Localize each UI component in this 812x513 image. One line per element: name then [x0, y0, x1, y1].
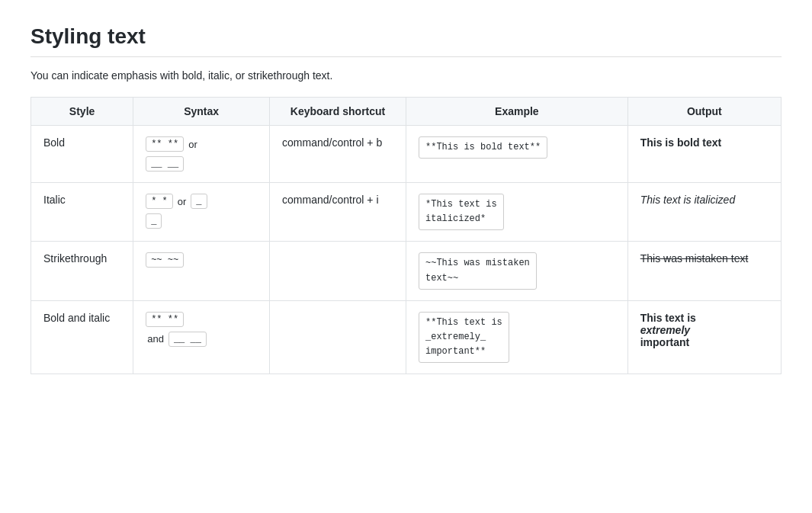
output-text: This was mistaken text [640, 252, 749, 265]
cell-syntax-italic: * * or _ _ [133, 183, 270, 242]
example-code: *This text isitalicized* [419, 194, 504, 230]
styling-table: Style Syntax Keyboard shortcut Example O… [30, 97, 782, 374]
page-title: Styling text [30, 24, 782, 57]
cell-keyboard-bold: command/control + b [270, 126, 406, 183]
cell-example-bolditalic: **This text is_extremely_important** [406, 300, 627, 374]
header-example: Example [406, 98, 627, 126]
table-row: Strikethrough ~~ ~~ ~~This was mistakent… [31, 242, 782, 300]
cell-output-strike: This was mistaken text [627, 242, 781, 300]
cell-example-strike: ~~This was mistakentext~~ [406, 242, 627, 300]
cell-style-bolditalic: Bold and italic [31, 300, 133, 374]
cell-syntax-strike: ~~ ~~ [133, 242, 270, 300]
cell-example-italic: *This text isitalicized* [406, 183, 627, 242]
cell-keyboard-bolditalic [270, 300, 406, 374]
output-text: This text is extremely important [640, 312, 696, 348]
header-output: Output [627, 98, 781, 126]
output-text: This text is italicized [640, 194, 735, 206]
table-row: Bold and italic ** ** and __ __ **This t… [31, 300, 782, 374]
cell-example-bold: **This is bold text** [406, 126, 627, 183]
table-header-row: Style Syntax Keyboard shortcut Example O… [31, 98, 782, 126]
example-code: **This is bold text** [419, 136, 547, 159]
syntax-code: ** ** [146, 136, 184, 152]
header-syntax: Syntax [133, 98, 270, 126]
syntax-code: __ __ [168, 332, 207, 347]
cell-keyboard-strike [270, 242, 406, 300]
cell-style-italic: Italic [31, 183, 133, 242]
header-style: Style [31, 98, 133, 126]
example-code: **This text is_extremely_important** [419, 312, 509, 364]
cell-output-bold: This is bold text [627, 126, 781, 183]
and-label: and [147, 333, 164, 345]
cell-style-strike: Strikethrough [31, 242, 133, 300]
cell-output-bolditalic: This text is extremely important [627, 300, 781, 374]
intro-text: You can indicate emphasis with bold, ita… [30, 69, 782, 82]
syntax-code: * * [146, 194, 173, 209]
syntax-code: ** ** [146, 312, 184, 327]
syntax-code: ~~ ~~ [146, 252, 184, 268]
cell-output-italic: This text is italicized [627, 183, 781, 242]
header-keyboard: Keyboard shortcut [270, 98, 406, 126]
cell-style-bold: Bold [31, 126, 133, 183]
output-text: This is bold text [640, 136, 722, 149]
example-code: ~~This was mistakentext~~ [419, 252, 537, 289]
syntax-code: __ __ [146, 156, 184, 172]
cell-syntax-bold: ** ** or __ __ [133, 126, 270, 183]
cell-keyboard-italic: command/control + i [270, 183, 406, 242]
or-label: or [188, 139, 197, 150]
syntax-code: _ [191, 194, 207, 209]
or-label: or [178, 196, 187, 207]
output-text-italic: extremely [640, 324, 690, 336]
table-row: Bold ** ** or __ __ command/control + b … [31, 126, 782, 183]
table-row: Italic * * or _ _ command/control + i *T… [31, 183, 782, 242]
cell-syntax-bolditalic: ** ** and __ __ [133, 300, 270, 374]
syntax-code: _ [146, 213, 162, 229]
